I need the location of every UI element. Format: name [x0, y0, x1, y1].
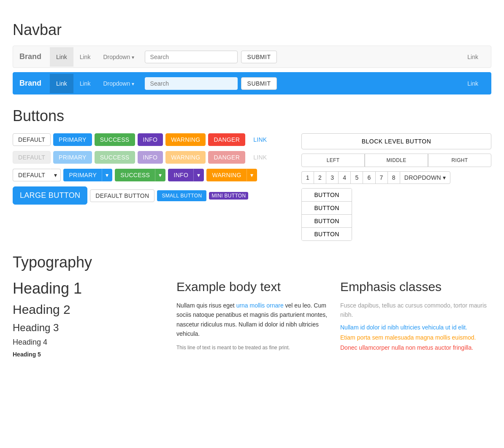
btn-justified-middle[interactable]: MIDDLE [365, 154, 428, 167]
btn-info-split-main[interactable]: INFO [168, 169, 193, 181]
body-fine-print: This line of text is meant to be treated… [176, 344, 328, 352]
navbar-brand-inverse[interactable]: Brand [19, 73, 48, 94]
btn-row-disabled: DEFAULT PRIMARY SUCCESS INFO WARNING DAN… [13, 151, 293, 164]
btn-group-justified: LEFT MIDDLE RIGHT [301, 154, 491, 167]
demo-heading-2: Heading 2 [13, 302, 164, 317]
body-text-title: Example body text [176, 280, 328, 294]
demo-heading-4: Heading 4 [13, 338, 164, 347]
btn-info-split-caret[interactable]: ▾ [193, 169, 204, 181]
demo-heading-5: Heading 5 [13, 351, 164, 358]
btn-page-8[interactable]: 8 [387, 171, 400, 184]
btn-page-4[interactable]: 4 [338, 171, 350, 184]
btn-page-6[interactable]: 6 [363, 171, 375, 184]
dropdown-btn-3[interactable]: BUTTON [302, 215, 352, 228]
navbar-light: Brand Link Link Dropdown SUBMIT Link [13, 46, 491, 68]
navbar-link-light-1[interactable]: Link [73, 47, 97, 67]
navbar-dropdown-light[interactable]: Dropdown [97, 47, 140, 67]
dropdown-btn-2[interactable]: BUTTON [302, 202, 352, 215]
btn-default-split-caret[interactable]: ▾ [50, 169, 61, 181]
navbar-link-active-inverse[interactable]: Link [50, 74, 73, 93]
btn-group-pagination: 1 2 3 4 5 6 7 8 DROPDOWN ▾ [301, 171, 491, 184]
typography-section-title: Typography [13, 254, 491, 271]
navbar-link-active-light[interactable]: Link [50, 47, 73, 67]
btn-success-disabled: SUCCESS [95, 151, 135, 164]
btn-page-3[interactable]: 3 [326, 171, 338, 184]
navbar-right-link-light[interactable]: Link [461, 47, 485, 67]
btn-page-dropdown[interactable]: DROPDOWN ▾ [400, 171, 451, 184]
btn-large[interactable]: LARGE BUTTON [13, 186, 87, 205]
navbar-right-light: Link [461, 54, 485, 60]
navbar-right-link-inverse[interactable]: Link [461, 74, 485, 93]
btn-page-5[interactable]: 5 [350, 171, 363, 184]
buttons-right: BLOCK LEVEL BUTTON LEFT MIDDLE RIGHT 1 2… [301, 133, 491, 241]
body-text-column: Example body text Nullam quis risus eget… [176, 280, 328, 362]
btn-row-sizes: LARGE BUTTON DEFAULT BUTTON SMALL BUTTON… [13, 186, 293, 205]
buttons-left: DEFAULT PRIMARY SUCCESS INFO WARNING DAN… [13, 133, 293, 241]
demo-heading-3: Heading 3 [13, 322, 164, 334]
emphasis-muted: Fusce dapibus, tellus ac cursus commodo,… [340, 301, 491, 320]
demo-heading-1: Heading 1 [13, 280, 164, 297]
dropdown-menu: BUTTON BUTTON BUTTON BUTTON [301, 188, 352, 241]
btn-group-warning-split: WARNING ▾ [206, 169, 257, 181]
btn-danger-disabled: DANGER [208, 151, 245, 164]
btn-success-split-main[interactable]: SUCCESS [115, 169, 155, 181]
btn-info[interactable]: INFO [138, 133, 163, 146]
btn-warning-split-caret[interactable]: ▾ [247, 169, 257, 181]
btn-link-disabled: LINK [248, 151, 272, 164]
btn-mini[interactable]: MINI BUTTON [209, 192, 248, 200]
emphasis-title: Emphasis classes [340, 280, 491, 294]
btn-danger[interactable]: DANGER [208, 133, 245, 146]
btn-default-size[interactable]: DEFAULT BUTTON [90, 189, 154, 202]
navbar-dropdown-inverse[interactable]: Dropdown [97, 74, 140, 93]
body-para-1: Nullam quis risus eget urna mollis ornar… [176, 301, 328, 339]
btn-group-success-split: SUCCESS ▾ [115, 169, 165, 181]
btn-primary-split-caret[interactable]: ▾ [102, 169, 112, 181]
btn-link[interactable]: LINK [248, 133, 272, 146]
navbar-submit-inverse[interactable]: SUBMIT [241, 77, 277, 90]
btn-group-info-split: INFO ▾ [168, 169, 204, 181]
navbar-form-inverse: SUBMIT [145, 77, 277, 90]
btn-primary-disabled: PRIMARY [53, 151, 92, 164]
btn-success[interactable]: SUCCESS [95, 133, 135, 146]
btn-small[interactable]: SMALL BUTTON [157, 190, 206, 201]
navbar-right-inverse: Link [461, 80, 485, 87]
btn-page-1[interactable]: 1 [301, 171, 314, 184]
navbar-inverse: Brand Link Link Dropdown SUBMIT Link [13, 72, 491, 94]
btn-info-disabled: INFO [138, 151, 163, 164]
btn-row-normal: DEFAULT PRIMARY SUCCESS INFO WARNING DAN… [13, 133, 293, 146]
btn-block-level[interactable]: BLOCK LEVEL BUTTON [301, 133, 491, 149]
btn-success-split-caret[interactable]: ▾ [155, 169, 165, 181]
dropdown-btn-1[interactable]: BUTTON [302, 189, 352, 202]
navbar-submit-light[interactable]: SUBMIT [241, 51, 277, 63]
btn-row-split: DEFAULT ▾ PRIMARY ▾ SUCCESS ▾ INFO ▾ WAR… [13, 169, 293, 181]
btn-justified-right[interactable]: RIGHT [428, 154, 491, 167]
dropdown-btn-4[interactable]: BUTTON [302, 228, 352, 240]
btn-warning[interactable]: WARNING [165, 133, 206, 146]
navbar-brand-light[interactable]: Brand [19, 46, 48, 67]
btn-default-disabled: DEFAULT [13, 151, 51, 164]
headings-column: Heading 1 Heading 2 Heading 3 Heading 4 … [13, 280, 164, 362]
btn-default[interactable]: DEFAULT [13, 133, 51, 146]
navbar-link-inverse-1[interactable]: Link [73, 74, 97, 93]
emphasis-primary: Nullam id dolor id nibh ultricies vehicu… [340, 324, 491, 331]
btn-page-7[interactable]: 7 [375, 171, 387, 184]
btn-group-primary-split: PRIMARY ▾ [63, 169, 112, 181]
btn-primary-split-main[interactable]: PRIMARY [63, 169, 102, 181]
navbar-search-light[interactable] [145, 51, 238, 63]
btn-warning-disabled: WARNING [165, 151, 206, 164]
btn-page-2[interactable]: 2 [314, 171, 326, 184]
body-link[interactable]: urna mollis ornare [236, 302, 284, 309]
btn-justified-left[interactable]: LEFT [301, 154, 365, 167]
buttons-section-title: Buttons [13, 107, 491, 125]
emphasis-warning: Etiam porta sem malesuada magna mollis e… [340, 334, 491, 341]
navbar-search-inverse[interactable] [145, 77, 238, 90]
navbar-form-light: SUBMIT [145, 51, 277, 63]
emphasis-danger: Donec ullamcorper nulla non metus auctor… [340, 344, 491, 351]
btn-default-split-main[interactable]: DEFAULT [13, 169, 50, 181]
buttons-layout: DEFAULT PRIMARY SUCCESS INFO WARNING DAN… [13, 133, 491, 241]
navbar-section-title: Navbar [13, 21, 491, 39]
btn-group-default-split: DEFAULT ▾ [13, 169, 61, 181]
btn-primary[interactable]: PRIMARY [53, 133, 92, 146]
btn-warning-split-main[interactable]: WARNING [206, 169, 246, 181]
typography-grid: Heading 1 Heading 2 Heading 3 Heading 4 … [13, 280, 491, 362]
